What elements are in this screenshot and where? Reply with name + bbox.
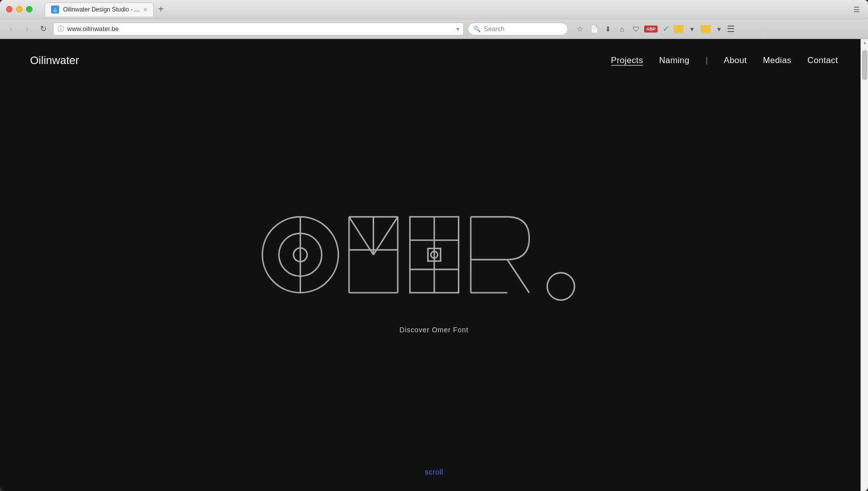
search-placeholder: Search [484,25,504,33]
reader-mode-icon[interactable]: 📄 [588,23,600,35]
forward-button[interactable]: › [21,23,33,35]
title-bar: Oilinwater Design Studio - ... × + ☰ [0,0,868,19]
extension3-icon[interactable] [701,25,711,33]
checkmark-icon[interactable]: ✓ [660,23,672,35]
site-logo[interactable]: Oilinwater [30,54,79,67]
site-hero: Discover Omer Font scroll [0,82,868,491]
nav-separator: | [706,56,708,66]
svg-line-21 [507,259,529,292]
shield-icon[interactable]: 🛡 [630,23,642,35]
site-nav: Projects Naming | About Medias Contact [611,56,838,66]
new-tab-button[interactable]: + [154,3,168,17]
tab-bar: Oilinwater Design Studio - ... × + [45,3,847,17]
minimize-button[interactable] [16,6,23,13]
url-bar[interactable]: ⓘ www.oilinwater.be ▾ [53,23,464,36]
discover-text[interactable]: Discover Omer Font [400,326,469,334]
svg-point-23 [547,272,574,299]
info-icon[interactable]: ⓘ [58,25,64,34]
url-text: www.oilinwater.be [67,25,453,33]
close-button[interactable] [6,6,13,13]
menu-hamburger-icon[interactable]: ☰ [851,4,862,15]
nav-naming[interactable]: Naming [659,56,690,66]
extension4-dropdown-icon[interactable]: ▾ [713,23,725,35]
website-content: Oilinwater Projects Naming | About Media… [0,39,868,491]
site-header: Oilinwater Projects Naming | About Media… [0,39,868,82]
browser-window: Oilinwater Design Studio - ... × + ☰ ‹ ›… [0,0,868,491]
bookmark-icon[interactable]: ☆ [574,23,586,35]
tab-favicon [51,6,59,14]
browser-menu-icon[interactable]: ☰ [727,24,735,35]
adblock-badge[interactable]: ABP [644,26,658,33]
tab-close-button[interactable]: × [143,6,147,14]
nav-about[interactable]: About [724,56,747,66]
address-bar-tools: ☆ 📄 ⬇ ⌂ 🛡 ABP ✓ ▾ ▾ ☰ [574,23,735,35]
scroll-link[interactable]: scroll [425,467,443,476]
search-icon: 🔍 [473,26,481,33]
extension2-icon[interactable]: ▾ [686,23,698,35]
nav-projects[interactable]: Projects [611,56,643,66]
back-button[interactable]: ‹ [5,23,17,35]
url-bar-actions: ▾ [456,26,459,33]
scrollbar: ▲ [860,39,868,491]
reload-button[interactable]: ↻ [37,23,49,35]
omer-display [259,200,610,310]
dropdown-icon[interactable]: ▾ [456,26,459,33]
svg-line-7 [373,217,398,255]
maximize-button[interactable] [26,6,33,13]
title-bar-actions: ☰ [851,4,862,15]
download-icon[interactable]: ⬇ [602,23,614,35]
active-tab[interactable]: Oilinwater Design Studio - ... × [45,3,154,17]
traffic-lights [6,6,33,13]
extension-icon[interactable] [674,25,684,33]
svg-line-6 [349,217,373,255]
home-icon[interactable]: ⌂ [616,23,628,35]
search-bar[interactable]: 🔍 Search [468,23,568,36]
nav-contact[interactable]: Contact [807,56,838,66]
address-bar: ‹ › ↻ ⓘ www.oilinwater.be ▾ 🔍 Search ☆ 📄… [0,19,868,39]
nav-medias[interactable]: Medias [763,56,791,66]
omer-svg [259,200,610,310]
tab-title: Oilinwater Design Studio - ... [63,6,139,13]
